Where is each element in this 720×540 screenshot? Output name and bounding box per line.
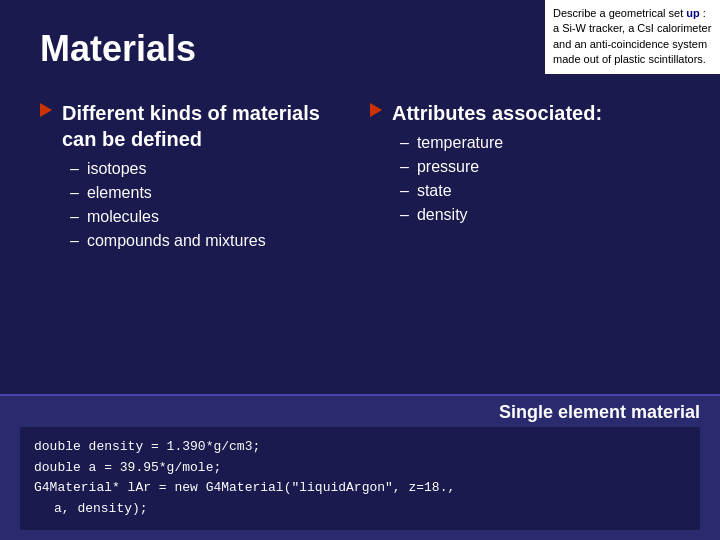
code-line: G4Material* lAr = new G4Material("liquid…: [34, 478, 686, 499]
tooltip-bold: up: [686, 7, 699, 19]
red-bullet-right: [370, 103, 382, 117]
sub-item-label: elements: [87, 184, 152, 202]
bottom-header: Single element material: [0, 396, 720, 427]
bottom-section: Single element material double density =…: [0, 394, 720, 540]
code-line: double a = 39.95*g/mole;: [34, 458, 686, 479]
tooltip-box: Describe a geometrical set up : a Si-W t…: [545, 0, 720, 74]
left-main-bullet: Different kinds of materials can be defi…: [40, 100, 350, 152]
sub-item-label: density: [417, 206, 468, 224]
left-sub-list: – isotopes – elements – molecules – comp…: [70, 160, 350, 250]
content-area: Different kinds of materials can be defi…: [0, 90, 720, 256]
sub-item-label: temperature: [417, 134, 503, 152]
list-item: – pressure: [400, 158, 680, 176]
list-item: – temperature: [400, 134, 680, 152]
red-bullet-left: [40, 103, 52, 117]
sub-item-label: pressure: [417, 158, 479, 176]
left-column: Different kinds of materials can be defi…: [40, 100, 350, 256]
right-main-bullet: Attributes associated:: [370, 100, 680, 126]
list-item: – compounds and mixtures: [70, 232, 350, 250]
left-bullet-text: Different kinds of materials can be defi…: [62, 100, 320, 152]
code-block: double density = 1.390*g/cm3; double a =…: [20, 427, 700, 530]
sub-item-label: isotopes: [87, 160, 147, 178]
code-line: double density = 1.390*g/cm3;: [34, 437, 686, 458]
tooltip-prefix: Describe a geometrical set: [553, 7, 683, 19]
right-sub-list: – temperature – pressure – state – densi…: [400, 134, 680, 224]
sub-item-label: molecules: [87, 208, 159, 226]
code-line: a, density);: [34, 499, 686, 520]
list-item: – isotopes: [70, 160, 350, 178]
list-item: – state: [400, 182, 680, 200]
list-item: – molecules: [70, 208, 350, 226]
list-item: – density: [400, 206, 680, 224]
right-column: Attributes associated: – temperature – p…: [370, 100, 680, 256]
right-bullet-text: Attributes associated:: [392, 100, 602, 126]
sub-item-label: compounds and mixtures: [87, 232, 266, 250]
sub-item-label: state: [417, 182, 452, 200]
slide: Describe a geometrical set up : a Si-W t…: [0, 0, 720, 540]
list-item: – elements: [70, 184, 350, 202]
